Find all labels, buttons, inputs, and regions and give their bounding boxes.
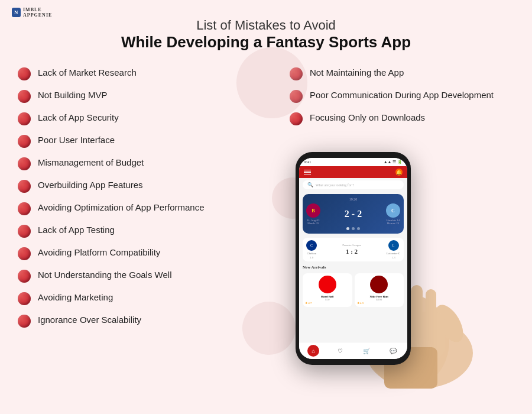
bullet-icon	[18, 292, 31, 305]
product-card-2: Nike Free Run $200 ★ 4.9	[355, 273, 404, 307]
item-text: Ignorance Over Scalability	[38, 313, 141, 326]
bullet-icon	[18, 225, 31, 238]
list-item-communication: Poor Communication During App Developmen…	[290, 86, 514, 106]
bullet-icon	[290, 90, 303, 103]
list-item-app-testing: Lack of App Testing	[18, 221, 278, 241]
phone-mockup: 9:41 ▲▲ ☰ 🔋 🔔 🔍 What are yo	[278, 134, 479, 389]
match-teams: B Ft. Aug 03 Hamle 19 2 - 2 C Hamlets 14…	[306, 203, 400, 225]
item-text: Mismanagement of Budget	[38, 156, 144, 169]
item-text: Not Building MVP	[38, 89, 108, 101]
score: 2 - 2	[345, 209, 362, 219]
main-content: Lack of Market Research Not Building MVP…	[0, 57, 532, 389]
bullet-icon	[18, 202, 31, 215]
bullet-icon	[18, 90, 31, 103]
bullet-icon	[18, 270, 31, 283]
item-text: Overbuilding App Features	[38, 179, 143, 191]
item-text: Lack of App Security	[38, 111, 119, 124]
list-item-scalability: Ignorance Over Scalability	[18, 310, 278, 331]
leicester-badge: L	[388, 240, 399, 251]
product-badge-arsenal	[319, 276, 336, 293]
phone-screen: 9:41 ▲▲ ☰ 🔋 🔔 🔍 What are yo	[299, 158, 407, 359]
item-text: Not Understanding the Goals Well	[38, 269, 172, 281]
bullet-icon	[18, 315, 31, 328]
phone-frame: 9:41 ▲▲ ☰ 🔋 🔔 🔍 What are yo	[296, 152, 411, 365]
right-list: Not Maintaining the App Poor Communicati…	[290, 63, 514, 131]
phone-status-bar: 9:41 ▲▲ ☰ 🔋	[299, 158, 407, 166]
phone-bottom-nav: ⌂ ♡ 🛒 💬	[299, 342, 407, 359]
list-item-maintaining-app: Not Maintaining the App	[290, 63, 514, 83]
nav-heart-icon[interactable]: ♡	[334, 345, 346, 357]
notification-bell-icon: 🔔	[395, 169, 403, 176]
list-item-optimization: Avoiding Optimization of App Performance	[18, 198, 278, 218]
status-icons: ▲▲ ☰ 🔋	[384, 160, 403, 164]
header-title: While Developing a Fantasy Sports App	[0, 33, 532, 51]
item-text: Focusing Only on Downloads	[310, 111, 425, 124]
item-text: Avoiding Optimization of App Performance	[38, 201, 205, 214]
item-text: Lack of App Testing	[38, 224, 115, 236]
nav-cart-icon[interactable]: 🛒	[361, 345, 372, 357]
list-item-downloads: Focusing Only on Downloads	[290, 108, 514, 128]
bullet-icon	[18, 247, 31, 260]
right-column: Not Maintaining the App Poor Communicati…	[290, 63, 514, 389]
product-badge-roma	[370, 276, 388, 293]
item-text: Poor Communication During App Developmen…	[310, 89, 494, 101]
header: List of Mistakes to Avoid While Developi…	[0, 0, 532, 57]
item-text: Avoiding Platform Compatibility	[38, 246, 160, 258]
search-placeholder: What are you looking for ?	[316, 183, 354, 187]
nav-home-icon[interactable]: ⌂	[307, 345, 319, 357]
logo-text: IMBLEAPPGENIE	[23, 7, 52, 18]
hamburger-icon	[304, 170, 311, 175]
bullet-icon	[18, 157, 31, 170]
bullet-icon	[290, 67, 303, 80]
bullet-icon	[18, 180, 31, 193]
item-text: Poor User Interface	[38, 134, 115, 146]
header-subtitle: List of Mistakes to Avoid	[0, 18, 532, 33]
match2-score: 1 : 2	[342, 248, 361, 255]
match-card-2: C Chelsea 1.0 Premier League 1 : 2 L Lei…	[303, 238, 404, 261]
bullet-icon	[18, 135, 31, 148]
bullet-icon	[290, 112, 303, 125]
product-rating-2: ★ 4.9	[357, 301, 402, 305]
left-list: Lack of Market Research Not Building MVP…	[18, 63, 278, 389]
list-item-building-mvp: Not Building MVP	[18, 86, 278, 106]
chelsea-badge: C	[306, 240, 317, 251]
arrivals-grid: Hard Ball $10 ★ 4.7 Nike Free Run $200 ★…	[303, 273, 404, 307]
list-item-platform-compat: Avoiding Platform Compatibility	[18, 243, 278, 263]
logo: N IMBLEAPPGENIE	[12, 7, 52, 18]
list-item-marketing: Avoiding Marketing	[18, 288, 278, 308]
list-item-user-interface: Poor User Interface	[18, 131, 278, 151]
bullet-icon	[18, 67, 31, 80]
match-time: 19:20	[306, 198, 400, 201]
product-rating-1: ★ 4.7	[305, 301, 350, 305]
list-item-goals: Not Understanding the Goals Well	[18, 266, 278, 286]
nav-chat-icon[interactable]: 💬	[387, 345, 399, 357]
new-arrivals-label: New Arrivals	[303, 265, 404, 270]
list-item-app-security: Lack of App Security	[18, 108, 278, 128]
item-text: Avoiding Marketing	[38, 291, 113, 303]
score-box: 2 - 2	[345, 209, 362, 219]
bullet-icon	[18, 112, 31, 125]
product-card-1: Hard Ball $10 ★ 4.7	[303, 273, 352, 307]
team-badge-city: C	[386, 203, 400, 218]
match-card-1: 19:20 B Ft. Aug 03 Hamle 19 2 - 2	[303, 194, 404, 234]
status-time: 9:41	[304, 160, 311, 164]
team-badge-barca: B	[306, 203, 320, 218]
list-item-market-research: Lack of Market Research	[18, 63, 278, 83]
logo-box: N	[12, 8, 21, 17]
item-text: Not Maintaining the App	[310, 66, 404, 79]
phone-search-bar[interactable]: 🔍 What are you looking for ?	[303, 180, 404, 189]
list-item-app-features: Overbuilding App Features	[18, 176, 278, 196]
phone-nav-bar: 🔔	[299, 166, 407, 178]
list-item-budget: Mismanagement of Budget	[18, 153, 278, 173]
search-icon: 🔍	[307, 182, 313, 187]
item-text: Lack of Market Research	[38, 66, 137, 79]
